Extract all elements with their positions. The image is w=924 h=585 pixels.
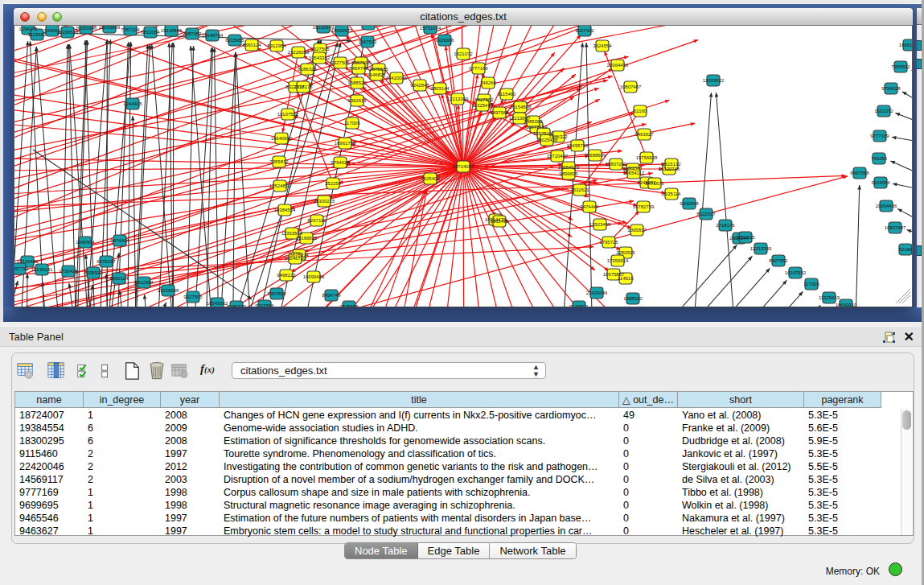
svg-text:9146821: 9146821 <box>367 72 386 77</box>
svg-text:8454749: 8454749 <box>322 293 341 298</box>
svg-text:10543362: 10543362 <box>309 56 331 60</box>
svg-text:2367608: 2367608 <box>351 60 371 65</box>
svg-text:3675685: 3675685 <box>369 67 388 72</box>
svg-text:6479197: 6479197 <box>97 259 116 264</box>
svg-text:9777169: 9777169 <box>870 134 889 138</box>
svg-text:8267110: 8267110 <box>308 218 327 223</box>
svg-text:746266: 746266 <box>480 80 497 85</box>
svg-text:9457791: 9457791 <box>14 266 29 271</box>
svg-text:9463627: 9463627 <box>634 132 654 137</box>
svg-text:8660124: 8660124 <box>109 276 129 281</box>
svg-text:15720407: 15720407 <box>547 154 569 159</box>
svg-text:9327505: 9327505 <box>183 295 203 299</box>
svg-text:6497568: 6497568 <box>850 171 869 175</box>
svg-text:6497568: 6497568 <box>490 110 509 115</box>
svg-text:16961758: 16961758 <box>335 141 356 146</box>
svg-text:8186323: 8186323 <box>227 304 246 307</box>
svg-text:23420046: 23420046 <box>386 76 408 80</box>
svg-text:8938923: 8938923 <box>84 270 103 275</box>
svg-text:7485063: 7485063 <box>524 119 543 124</box>
svg-text:9227342: 9227342 <box>575 28 594 33</box>
svg-text:15716485: 15716485 <box>17 259 39 264</box>
svg-text:14099489: 14099489 <box>303 274 325 279</box>
svg-text:8912954: 8912954 <box>134 280 154 285</box>
svg-text:1640954: 1640954 <box>76 240 95 245</box>
svg-text:9777169: 9777169 <box>469 66 488 71</box>
svg-text:12213349: 12213349 <box>447 97 469 101</box>
svg-text:17359914: 17359914 <box>607 258 629 263</box>
svg-text:13524851: 13524851 <box>269 183 291 188</box>
svg-text:10025438: 10025438 <box>536 138 558 142</box>
svg-text:1615132: 1615132 <box>662 162 681 167</box>
svg-text:1294275: 1294275 <box>18 27 38 31</box>
svg-text:252254: 252254 <box>325 181 342 186</box>
svg-text:8454749: 8454749 <box>349 66 368 71</box>
svg-text:8471676: 8471676 <box>645 181 664 186</box>
svg-text:10107552: 10107552 <box>277 112 299 117</box>
svg-text:8215955: 8215955 <box>225 38 244 43</box>
svg-text:8813054: 8813054 <box>141 30 160 35</box>
svg-text:1167533: 1167533 <box>359 39 378 44</box>
svg-text:16961758: 16961758 <box>899 43 913 47</box>
svg-text:19654923: 19654923 <box>558 165 580 170</box>
svg-text:23420046: 23420046 <box>586 290 608 295</box>
svg-text:9794028: 9794028 <box>881 86 901 91</box>
svg-text:10807487: 10807487 <box>620 84 642 89</box>
svg-text:2087682: 2087682 <box>183 31 202 36</box>
svg-text:16640910: 16640910 <box>836 303 857 307</box>
svg-text:9463627: 9463627 <box>912 46 913 51</box>
svg-text:16782759: 16782759 <box>633 204 655 209</box>
svg-text:17016504: 17016504 <box>358 26 380 27</box>
svg-text:9899695: 9899695 <box>559 171 578 176</box>
svg-text:9498222: 9498222 <box>277 273 296 278</box>
svg-text:9327506: 9327506 <box>331 60 350 65</box>
svg-text:1250515: 1250515 <box>616 250 635 255</box>
svg-text:7955812: 7955812 <box>269 159 289 164</box>
svg-text:23226058: 23226058 <box>158 288 179 293</box>
svg-text:8186323: 8186323 <box>298 67 317 72</box>
svg-text:10046726: 10046726 <box>285 256 306 261</box>
svg-text:10654112: 10654112 <box>623 171 645 175</box>
svg-text:9329966: 9329966 <box>435 38 454 43</box>
svg-text:16640910: 16640910 <box>271 136 293 141</box>
svg-text:8912954: 8912954 <box>267 43 286 48</box>
svg-text:18724007: 18724007 <box>453 164 474 169</box>
svg-text:15495798: 15495798 <box>567 143 589 148</box>
svg-text:1621072: 1621072 <box>874 109 893 113</box>
svg-text:7955812: 7955812 <box>891 64 910 69</box>
svg-text:746266: 746266 <box>871 156 888 161</box>
svg-text:9474444: 9474444 <box>580 204 599 209</box>
svg-text:1795725: 1795725 <box>599 240 618 245</box>
svg-text:19756928: 19756928 <box>636 155 658 160</box>
svg-text:10107552: 10107552 <box>785 270 807 275</box>
svg-text:8660124: 8660124 <box>242 43 261 47</box>
svg-text:10688609: 10688609 <box>585 153 606 158</box>
svg-text:16120746: 16120746 <box>659 167 680 171</box>
svg-text:16648784: 16648784 <box>202 33 224 38</box>
svg-text:19218506: 19218506 <box>161 28 183 33</box>
svg-text:1095817: 1095817 <box>627 228 647 233</box>
svg-text:10543362: 10543362 <box>207 301 228 306</box>
svg-text:20364436: 20364436 <box>876 204 897 208</box>
svg-text:2803144: 2803144 <box>430 86 450 91</box>
svg-text:23226058: 23226058 <box>288 50 310 55</box>
svg-text:8427552: 8427552 <box>474 97 494 102</box>
svg-text:2718176: 2718176 <box>294 84 313 89</box>
svg-text:9327505: 9327505 <box>310 47 330 51</box>
svg-text:15136141: 15136141 <box>31 267 53 272</box>
svg-text:25300215: 25300215 <box>314 199 335 204</box>
svg-text:9327506: 9327506 <box>255 303 274 307</box>
svg-text:16154808: 16154808 <box>510 105 532 109</box>
svg-text:117006: 117006 <box>803 282 819 286</box>
svg-text:16033809: 16033809 <box>99 26 121 30</box>
svg-text:20364436: 20364436 <box>607 63 629 68</box>
svg-text:7625402: 7625402 <box>421 176 440 181</box>
svg-text:9242848: 9242848 <box>410 83 429 88</box>
svg-text:11325419: 11325419 <box>819 295 840 300</box>
svg-text:8427552: 8427552 <box>769 258 788 263</box>
svg-text:9115460: 9115460 <box>498 92 517 97</box>
svg-text:9474444: 9474444 <box>110 238 129 243</box>
svg-text:3675685: 3675685 <box>339 304 359 307</box>
svg-text:1588520: 1588520 <box>623 296 643 301</box>
svg-text:19166825: 19166825 <box>296 236 318 241</box>
